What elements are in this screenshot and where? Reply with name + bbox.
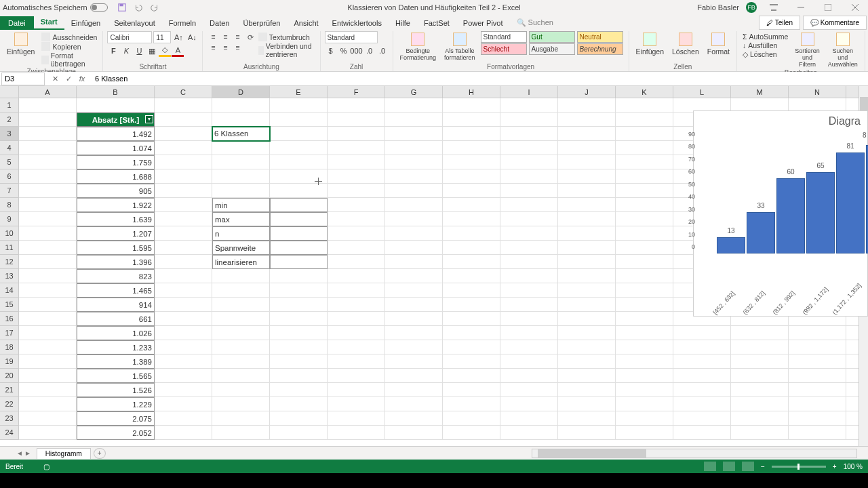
cell-J17[interactable] bbox=[558, 326, 616, 340]
cell-M24[interactable] bbox=[731, 426, 789, 440]
cell-B16[interactable]: 661 bbox=[77, 312, 155, 326]
tab-ansicht[interactable]: Ansicht bbox=[287, 16, 325, 30]
conditional-formatting-button[interactable]: Bedingte Formatierung bbox=[397, 31, 439, 62]
cell-E21[interactable] bbox=[270, 383, 328, 397]
cell-J24[interactable] bbox=[558, 426, 616, 440]
cell-D8[interactable]: min bbox=[212, 198, 270, 212]
cell-M21[interactable] bbox=[731, 383, 789, 397]
cell-H6[interactable] bbox=[443, 169, 500, 184]
row-header-11[interactable]: 11 bbox=[0, 241, 19, 255]
cell-F18[interactable] bbox=[328, 340, 385, 354]
cell-H16[interactable] bbox=[443, 312, 500, 326]
fill-button[interactable]: ↓ Ausfüllen bbox=[741, 41, 789, 49]
macro-record-icon[interactable]: ▢ bbox=[43, 463, 50, 470]
cell-F4[interactable] bbox=[328, 141, 385, 155]
cell-C19[interactable] bbox=[155, 354, 212, 369]
row-header-19[interactable]: 19 bbox=[0, 354, 19, 369]
cell-G10[interactable] bbox=[385, 226, 443, 241]
cell-B5[interactable]: 1.759 bbox=[77, 155, 155, 169]
cell-D1[interactable] bbox=[212, 98, 270, 113]
increase-decimal-button[interactable]: .0 bbox=[363, 45, 376, 57]
cell-J4[interactable] bbox=[558, 141, 616, 155]
font-name-input[interactable]: Calibri bbox=[107, 31, 152, 43]
maximize-icon[interactable] bbox=[818, 1, 838, 14]
tab-einfugen[interactable]: Einfügen bbox=[64, 16, 107, 30]
row-header-24[interactable]: 24 bbox=[0, 426, 19, 440]
cell-J16[interactable] bbox=[558, 312, 616, 326]
cell-I21[interactable] bbox=[500, 383, 558, 397]
row-header-23[interactable]: 23 bbox=[0, 411, 19, 426]
cell-D15[interactable] bbox=[212, 298, 270, 312]
cell-H9[interactable] bbox=[443, 212, 500, 226]
cell-F13[interactable] bbox=[328, 269, 385, 283]
cell-C17[interactable] bbox=[155, 326, 212, 340]
cell-A3[interactable] bbox=[19, 127, 77, 141]
cell-K3[interactable] bbox=[616, 127, 673, 141]
cell-C18[interactable] bbox=[155, 340, 212, 354]
row-header-22[interactable]: 22 bbox=[0, 397, 19, 411]
cell-H1[interactable] bbox=[443, 98, 500, 113]
cell-F23[interactable] bbox=[328, 411, 385, 426]
row-header-15[interactable]: 15 bbox=[0, 298, 19, 312]
cell-G9[interactable] bbox=[385, 212, 443, 226]
row-header-17[interactable]: 17 bbox=[0, 326, 19, 340]
zoom-out-icon[interactable]: − bbox=[761, 463, 765, 470]
row-header-13[interactable]: 13 bbox=[0, 269, 19, 283]
column-header-K[interactable]: K bbox=[616, 86, 673, 98]
cell-C7[interactable] bbox=[155, 184, 212, 198]
cell-L24[interactable] bbox=[673, 426, 731, 440]
cell-F9[interactable] bbox=[328, 212, 385, 226]
style-berechnung[interactable]: Berechnung bbox=[577, 43, 623, 55]
cell-D6[interactable] bbox=[212, 169, 270, 184]
cell-B14[interactable]: 1.465 bbox=[77, 283, 155, 298]
tab-entwickler[interactable]: Entwicklertools bbox=[326, 16, 389, 30]
cell-E5[interactable] bbox=[270, 155, 328, 169]
tab-uberprufen[interactable]: Überprüfen bbox=[236, 16, 287, 30]
cell-I11[interactable] bbox=[500, 241, 558, 255]
cell-B10[interactable]: 1.207 bbox=[77, 226, 155, 241]
cell-H10[interactable] bbox=[443, 226, 500, 241]
cell-G20[interactable] bbox=[385, 369, 443, 383]
cell-G4[interactable] bbox=[385, 141, 443, 155]
cell-C12[interactable] bbox=[155, 255, 212, 269]
cell-I6[interactable] bbox=[500, 169, 558, 184]
enter-formula-icon[interactable]: ✓ bbox=[62, 73, 75, 85]
bar-4[interactable]: 81 bbox=[836, 152, 865, 253]
save-icon[interactable] bbox=[117, 3, 127, 12]
cell-I9[interactable] bbox=[500, 212, 558, 226]
clear-button[interactable]: ◇ Löschen bbox=[741, 50, 789, 58]
cell-J1[interactable] bbox=[558, 98, 616, 113]
cell-A4[interactable] bbox=[19, 141, 77, 155]
column-header-B[interactable]: B bbox=[77, 86, 155, 98]
cell-K1[interactable] bbox=[616, 98, 673, 113]
cell-G2[interactable] bbox=[385, 113, 443, 127]
cell-G16[interactable] bbox=[385, 312, 443, 326]
cell-F12[interactable] bbox=[328, 255, 385, 269]
tab-powerpivot[interactable]: Power Pivot bbox=[456, 16, 510, 30]
cell-F14[interactable] bbox=[328, 283, 385, 298]
cell-M17[interactable] bbox=[731, 326, 789, 340]
cell-H3[interactable] bbox=[443, 127, 500, 141]
cell-B2[interactable]: Absatz [Stk.] bbox=[77, 113, 155, 127]
cell-C4[interactable] bbox=[155, 141, 212, 155]
cell-H4[interactable] bbox=[443, 141, 500, 155]
orientation-button[interactable]: ⟳ bbox=[246, 31, 254, 43]
cell-H12[interactable] bbox=[443, 255, 500, 269]
cell-K19[interactable] bbox=[616, 354, 673, 369]
bold-button[interactable]: F bbox=[107, 45, 119, 57]
cell-C21[interactable] bbox=[155, 383, 212, 397]
column-header-C[interactable]: C bbox=[155, 86, 212, 98]
next-sheet-icon[interactable]: ► bbox=[24, 449, 31, 457]
cell-H2[interactable] bbox=[443, 113, 500, 127]
format-as-table-button[interactable]: Als Tabelle formatieren bbox=[441, 31, 478, 62]
cell-I8[interactable] bbox=[500, 198, 558, 212]
cell-F10[interactable] bbox=[328, 226, 385, 241]
column-header-A[interactable]: A bbox=[19, 86, 77, 98]
cell-J18[interactable] bbox=[558, 340, 616, 354]
cell-H21[interactable] bbox=[443, 383, 500, 397]
cell-A14[interactable] bbox=[19, 283, 77, 298]
cancel-formula-icon[interactable]: ✕ bbox=[49, 73, 61, 85]
cell-L23[interactable] bbox=[673, 411, 731, 426]
cell-L18[interactable] bbox=[673, 340, 731, 354]
cell-D3[interactable]: 6 Klassen bbox=[212, 127, 270, 141]
